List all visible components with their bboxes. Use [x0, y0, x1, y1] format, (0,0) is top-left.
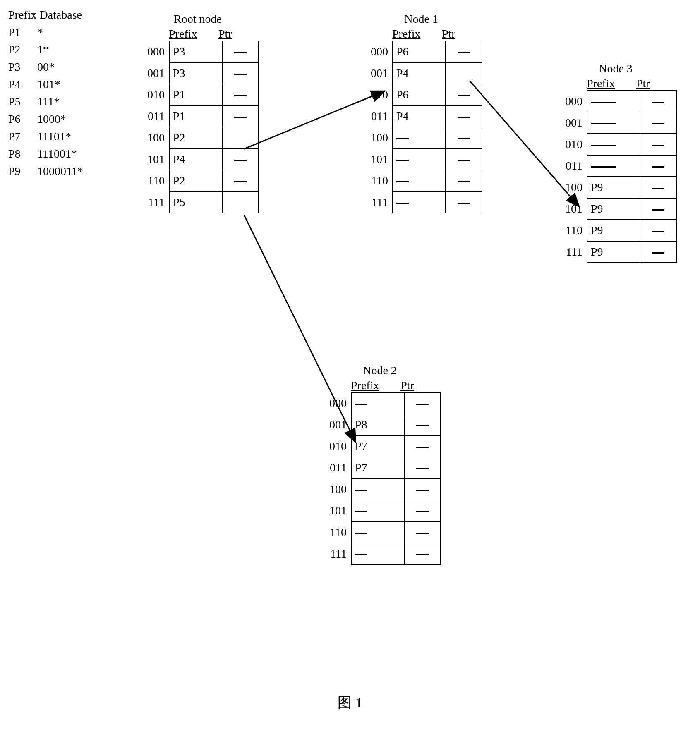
ptr-cell — [640, 112, 676, 134]
prefix-cell — [587, 134, 640, 155]
table-row: 101 — [360, 148, 482, 170]
row-index: 111 — [360, 191, 393, 213]
prefix-value: 111001* — [37, 147, 103, 160]
row-index: 011 — [360, 105, 393, 127]
ptr-cell — [404, 392, 441, 414]
table-row: 010 — [554, 134, 676, 155]
prefix-cell — [351, 392, 404, 414]
node-2-title: Node 2 — [319, 364, 441, 377]
table-row: 110 — [319, 522, 441, 543]
prefix-cell: P2 — [169, 127, 222, 148]
prefix-cell: P9 — [587, 220, 640, 241]
figure-caption: 图 1 — [0, 693, 700, 712]
row-index: 001 — [137, 62, 169, 84]
table-row: 110 — [360, 170, 482, 191]
row-index: 111 — [137, 191, 169, 213]
prefix-cell: P8 — [351, 414, 404, 436]
ptr-cell — [446, 84, 482, 105]
prefix-name: P6 — [8, 112, 37, 126]
node-3-title: Node 3 — [554, 62, 677, 75]
prefix-cell: P9 — [587, 198, 640, 220]
header-ptr: Ptr — [442, 27, 475, 41]
row-index: 011 — [137, 105, 169, 127]
prefix-cell — [587, 91, 640, 112]
table-row: 111 — [319, 543, 441, 565]
node-1-table: 000P6001P4010P6011P4100101110111 — [360, 41, 482, 213]
ptr-cell — [222, 170, 259, 191]
table-row: 111P9 — [554, 241, 676, 263]
prefix-cell — [587, 155, 640, 177]
prefix-cell — [393, 127, 446, 148]
prefix-name: P3 — [8, 60, 37, 74]
ptr-cell — [640, 198, 676, 220]
prefix-cell: P1 — [169, 84, 222, 105]
header-prefix: Prefix — [583, 77, 636, 90]
ptr-cell — [404, 522, 441, 543]
prefix-db-row: P1* — [8, 26, 103, 39]
row-index: 011 — [319, 457, 351, 479]
root-node: Root node Prefix Ptr 000P3001P3010P1011P… — [137, 12, 259, 213]
prefix-cell: P4 — [393, 62, 446, 84]
prefix-cell: P4 — [169, 148, 222, 170]
prefix-db-row: P300* — [8, 60, 103, 74]
table-row: 000 — [319, 392, 441, 414]
table-row: 101P4 — [137, 148, 259, 170]
node-2-table: 000001P8010P7011P7100101110111 — [319, 392, 441, 565]
prefix-value: * — [37, 26, 103, 39]
prefix-cell: P5 — [169, 191, 222, 213]
prefix-cell: P6 — [393, 84, 446, 105]
header-prefix: Prefix — [348, 379, 400, 392]
prefix-name: P5 — [8, 95, 37, 108]
row-index: 101 — [319, 500, 351, 522]
prefix-value: 1000011* — [37, 165, 103, 178]
ptr-cell — [446, 62, 482, 84]
header-ptr: Ptr — [400, 379, 434, 392]
ptr-cell — [446, 148, 482, 170]
table-row: 011P1 — [137, 105, 259, 127]
ptr-cell — [404, 500, 441, 522]
row-index: 111 — [554, 241, 587, 263]
row-index: 010 — [137, 84, 169, 105]
root-node-table: 000P3001P3010P1011P1100P2101P4110P2111P5 — [137, 41, 259, 213]
prefix-cell — [587, 112, 640, 134]
prefix-name: P4 — [8, 78, 37, 91]
table-row: 011P7 — [319, 457, 441, 479]
row-index: 100 — [554, 177, 587, 198]
row-index: 000 — [360, 41, 393, 62]
table-row: 001P8 — [319, 414, 441, 436]
ptr-cell — [222, 191, 259, 213]
table-row: 101P9 — [554, 198, 676, 220]
prefix-name: P8 — [8, 147, 37, 160]
prefix-value: 11101* — [37, 130, 103, 143]
prefix-database-title: Prefix Database — [8, 8, 103, 22]
prefix-name: P1 — [8, 26, 37, 39]
ptr-cell — [222, 84, 259, 105]
prefix-value: 1* — [37, 43, 103, 56]
row-index: 100 — [137, 127, 169, 148]
table-row: 111P5 — [137, 191, 259, 213]
row-index: 001 — [319, 414, 351, 436]
header-prefix: Prefix — [165, 27, 218, 41]
prefix-name: P9 — [8, 165, 37, 178]
prefix-cell — [393, 148, 446, 170]
prefix-db-row: P8111001* — [8, 147, 103, 160]
node-3-table: 000001010011100P9101P9110P9111P9 — [554, 90, 677, 263]
ptr-cell — [222, 41, 259, 62]
node-1: Node 1 Prefix Ptr 000P6001P4010P6011P410… — [360, 12, 482, 213]
prefix-name: P7 — [8, 130, 37, 143]
row-index: 000 — [554, 91, 587, 112]
ptr-cell — [446, 41, 482, 62]
row-index: 101 — [137, 148, 169, 170]
table-row: 100P9 — [554, 177, 676, 198]
prefix-db-row: P4101* — [8, 78, 103, 91]
table-row: 001 — [554, 112, 676, 134]
row-index: 010 — [360, 84, 393, 105]
ptr-cell — [404, 479, 441, 500]
row-index: 010 — [554, 134, 587, 155]
ptr-cell — [640, 155, 676, 177]
prefix-cell — [393, 170, 446, 191]
row-index: 101 — [554, 198, 587, 220]
row-index: 101 — [360, 148, 393, 170]
row-index: 111 — [319, 543, 351, 565]
table-row: 010P6 — [360, 84, 482, 105]
